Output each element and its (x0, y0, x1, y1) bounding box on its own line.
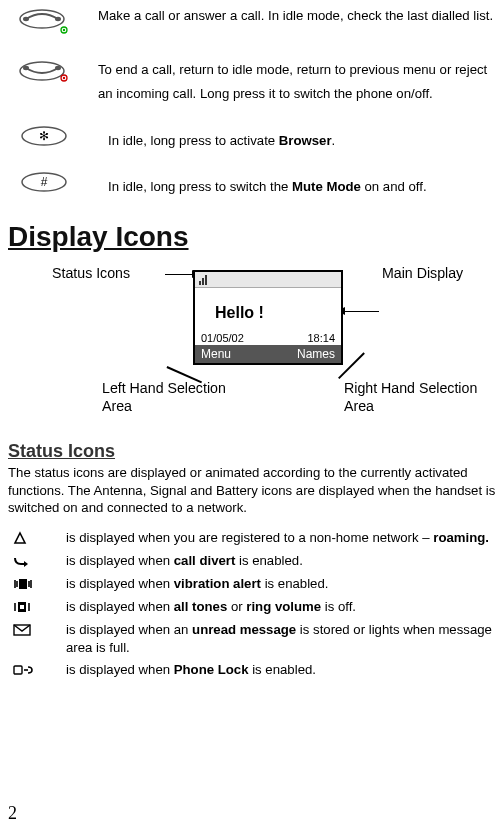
svg-point-1 (23, 17, 29, 21)
key-row: Make a call or answer a call. In idle mo… (8, 6, 504, 42)
status-text: is displayed when you are registered to … (66, 529, 504, 547)
svg-rect-27 (14, 666, 22, 674)
key-text: In idle, long press to activate Browser. (98, 123, 504, 151)
phone-lock-icon (8, 661, 66, 680)
status-text: is displayed when all tones or ring volu… (66, 598, 504, 616)
svg-rect-15 (202, 278, 204, 285)
svg-point-5 (20, 62, 64, 80)
status-icons-intro: The status icons are displayed or animat… (8, 464, 504, 517)
page-number: 2 (8, 803, 17, 824)
display-icons-heading: Display Icons (8, 221, 504, 253)
status-item: is displayed when an unread message is s… (8, 621, 504, 657)
phone-statusbar (195, 272, 341, 288)
phone-date-row: 01/05/02 18:14 (195, 332, 341, 345)
status-icons-label: Status Icons (52, 265, 130, 283)
status-icons-heading: Status Icons (8, 441, 504, 462)
status-item: is displayed when vibration alert is ena… (8, 575, 504, 594)
key-row: To end a call, return to idle mode, retu… (8, 58, 504, 107)
svg-point-6 (23, 66, 29, 70)
main-display-label: Main Display (382, 265, 463, 283)
svg-rect-16 (205, 275, 207, 285)
phone-date: 01/05/02 (201, 332, 244, 344)
display-diagram: Status Icons Main Display Left Hand Sele… (8, 265, 500, 435)
end-key-icon (8, 58, 98, 94)
right-select-label: Right Hand Selection Area (344, 380, 504, 416)
status-text: is displayed when an unread message is s… (66, 621, 504, 657)
hash-key-icon: # (8, 169, 98, 199)
roaming-icon (8, 529, 66, 548)
svg-point-2 (55, 17, 61, 21)
key-row: # In idle, long press to switch the Mute… (8, 169, 504, 199)
key-row: ✻ In idle, long press to activate Browse… (8, 123, 504, 153)
phone-main-area: Hello ! (195, 288, 341, 332)
status-text: is displayed when call divert is enabled… (66, 552, 504, 570)
status-icons-table: is displayed when you are registered to … (8, 529, 504, 680)
mute-icon (8, 598, 66, 617)
key-text: In idle, long press to switch the Mute M… (98, 169, 504, 197)
svg-rect-25 (20, 605, 24, 609)
status-text: is displayed when vibration alert is ena… (66, 575, 504, 593)
svg-point-7 (55, 66, 61, 70)
message-icon (8, 621, 66, 640)
status-item: is displayed when Phone Lock is enabled. (8, 661, 504, 680)
softkey-right: Names (297, 347, 335, 361)
status-item: is displayed when all tones or ring volu… (8, 598, 504, 617)
left-select-label: Left Hand Selection Area (102, 380, 232, 416)
key-text: To end a call, return to idle mode, retu… (98, 58, 504, 107)
key-text: Make a call or answer a call. In idle mo… (98, 6, 504, 26)
vibration-icon (8, 575, 66, 594)
phone-time: 18:14 (307, 332, 335, 344)
svg-text:✻: ✻ (39, 129, 49, 143)
star-key-icon: ✻ (8, 123, 98, 153)
status-item: is displayed when you are registered to … (8, 529, 504, 548)
svg-point-9 (63, 77, 65, 79)
status-item: is displayed when call divert is enabled… (8, 552, 504, 571)
call-key-icon (8, 6, 98, 42)
phone-softkey-row: Menu Names (195, 345, 341, 363)
svg-rect-14 (199, 281, 201, 285)
svg-text:#: # (41, 175, 48, 189)
svg-point-4 (63, 29, 65, 31)
key-functions: Make a call or answer a call. In idle mo… (8, 6, 504, 199)
status-text: is displayed when Phone Lock is enabled. (66, 661, 504, 679)
svg-rect-17 (19, 579, 27, 589)
call-divert-icon (8, 552, 66, 571)
softkey-left: Menu (201, 347, 231, 361)
signal-icon (199, 273, 211, 285)
phone-screen: Hello ! 01/05/02 18:14 Menu Names (193, 270, 343, 365)
